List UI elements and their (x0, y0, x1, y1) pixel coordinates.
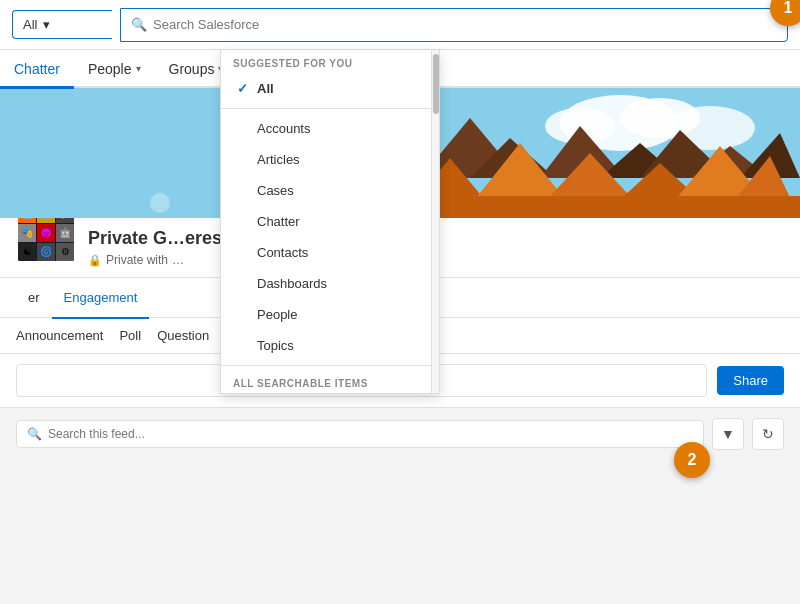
feed-search-row: 🔍 ▼ ↻ 2 (0, 408, 800, 460)
dropdown-item-people[interactable]: People (221, 299, 439, 330)
search-input[interactable] (153, 17, 777, 32)
nav-item-chatter[interactable]: Chatter (0, 51, 74, 89)
group-info-text: Private G…erest 🔒 Private with… (88, 228, 228, 267)
badge-2: 2 (674, 442, 710, 478)
divider-2 (221, 365, 439, 366)
svg-rect-19 (380, 196, 800, 218)
filter-label: All (23, 17, 37, 32)
search-dropdown: SUGGESTED FOR YOU ✓ All Accounts Article… (220, 50, 440, 394)
share-button[interactable]: Share (717, 366, 784, 395)
refresh-icon: ↻ (762, 426, 774, 442)
dropdown-item-articles[interactable]: Articles (221, 144, 439, 175)
post-type-announcement[interactable]: Announcement (16, 326, 103, 345)
dropdown-item-accounts[interactable]: Accounts (221, 113, 439, 144)
feed-search-wrap: 🔍 (16, 420, 704, 448)
dropdown-item-chatter[interactable]: Chatter (221, 206, 439, 237)
svg-point-20 (150, 193, 170, 213)
post-type-question[interactable]: Question (157, 326, 209, 345)
lock-icon: 🔒 (88, 254, 102, 267)
tab-engagement[interactable]: Engagement (52, 279, 150, 319)
dropdown-scrollthumb[interactable] (433, 54, 439, 114)
refresh-button[interactable]: ↻ (752, 418, 784, 450)
dropdown-item-contacts[interactable]: Contacts (221, 237, 439, 268)
post-type-poll[interactable]: Poll (119, 326, 141, 345)
all-searchable-label: ALL SEARCHABLE ITEMS (221, 370, 439, 393)
search-bar: 🔍 (120, 8, 788, 42)
dropdown-item-cases[interactable]: Cases (221, 175, 439, 206)
dropdown-item-all[interactable]: ✓ All (221, 73, 439, 104)
group-meta: 🔒 Private with… (88, 253, 228, 267)
dropdown-item-topics[interactable]: Topics (221, 330, 439, 361)
group-title: Private G…erest (88, 228, 228, 249)
dropdown-item-dashboards[interactable]: Dashboards (221, 268, 439, 299)
feed-search-input[interactable] (48, 427, 693, 441)
top-bar: All ▾ 🔍 1 (0, 0, 800, 50)
nav-item-people[interactable]: People ▾ (74, 51, 155, 89)
tab-er[interactable]: er (16, 279, 52, 319)
search-icon: 🔍 (131, 17, 147, 32)
chevron-down-icon: ▾ (43, 17, 50, 32)
feed-search-icon: 🔍 (27, 427, 42, 441)
people-chevron-icon: ▾ (136, 63, 141, 74)
suggested-label: SUGGESTED FOR YOU (221, 50, 439, 73)
dropdown-scrollbar[interactable] (431, 50, 439, 393)
search-wrapper: 🔍 1 (120, 8, 788, 42)
filter-button[interactable]: ▼ (712, 418, 744, 450)
divider-1 (221, 108, 439, 109)
search-filter-select[interactable]: All ▾ (12, 10, 112, 39)
checkmark-icon: ✓ (237, 81, 251, 96)
filter-icon: ▼ (721, 426, 735, 442)
